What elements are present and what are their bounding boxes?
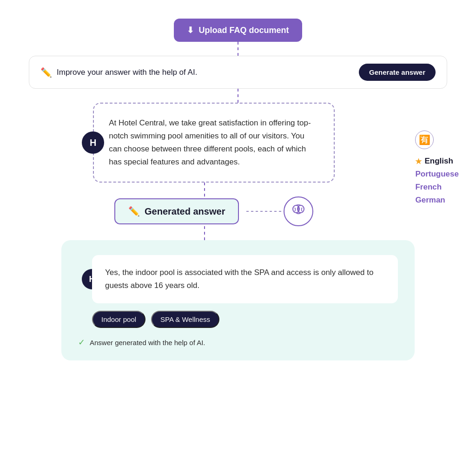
ai-note-text: Answer generated with the help of AI. bbox=[90, 339, 205, 347]
connector-line-1 bbox=[238, 42, 238, 56]
middle-section: H At Hotel Central, we take great satisf… bbox=[17, 103, 459, 240]
generated-answer-label: ✏️ Generated answer bbox=[114, 198, 239, 224]
language-selector: 🈶 ★ English Portuguese French German bbox=[415, 131, 459, 205]
generated-answer-text: Yes, the indoor pool is associated with … bbox=[105, 268, 373, 290]
generate-answer-button[interactable]: Generate answer bbox=[359, 64, 436, 81]
language-english-label: English bbox=[424, 157, 453, 166]
brain-connector-line bbox=[246, 211, 284, 212]
avatar-original: H bbox=[82, 131, 104, 154]
generated-answer-section: H Yes, the indoor pool is associated wit… bbox=[61, 240, 415, 360]
language-french[interactable]: French bbox=[415, 183, 442, 192]
original-answer-card: At Hotel Central, we take great satisfac… bbox=[93, 103, 335, 183]
brain-icon-circle bbox=[284, 196, 313, 226]
upload-faq-button[interactable]: ⬇ Upload FAQ document bbox=[174, 19, 302, 42]
brain-svg bbox=[290, 203, 307, 220]
upload-button-label: Upload FAQ document bbox=[198, 26, 289, 35]
connector-line-3 bbox=[204, 183, 205, 196]
language-german[interactable]: German bbox=[415, 196, 445, 205]
ai-wand-icon: ✏️ bbox=[40, 67, 52, 78]
connector-line-2 bbox=[238, 89, 238, 103]
ai-banner-text: Improve your answer with the help of AI. bbox=[57, 68, 197, 77]
answer-column: H At Hotel Central, we take great satisf… bbox=[17, 103, 392, 240]
generated-label-text: Generated answer bbox=[145, 206, 225, 217]
language-portuguese-label: Portuguese bbox=[415, 170, 459, 179]
upload-icon: ⬇ bbox=[187, 25, 194, 35]
original-answer-text: At Hotel Central, we take great satisfac… bbox=[109, 118, 311, 166]
translate-icon: 🈶 bbox=[415, 131, 434, 149]
language-french-label: French bbox=[415, 183, 442, 192]
tags-row: Indoor pool SPA & Wellness bbox=[92, 311, 398, 328]
star-icon: ★ bbox=[415, 157, 422, 166]
connector-line-4 bbox=[204, 226, 205, 240]
language-portuguese[interactable]: Portuguese bbox=[415, 170, 459, 179]
language-german-label: German bbox=[415, 196, 445, 205]
check-icon: ✓ bbox=[78, 337, 85, 347]
generated-wand-icon: ✏️ bbox=[128, 206, 140, 217]
generated-answer-card: Yes, the indoor pool is associated with … bbox=[92, 255, 398, 303]
language-english[interactable]: ★ English bbox=[415, 157, 453, 166]
ai-improvement-banner: ✏️ Improve your answer with the help of … bbox=[29, 56, 447, 89]
ai-note: ✓ Answer generated with the help of AI. bbox=[78, 337, 398, 347]
ai-banner-left: ✏️ Improve your answer with the help of … bbox=[40, 67, 197, 78]
tag-indoor-pool[interactable]: Indoor pool bbox=[92, 311, 145, 328]
tag-spa-wellness[interactable]: SPA & Wellness bbox=[151, 311, 219, 328]
